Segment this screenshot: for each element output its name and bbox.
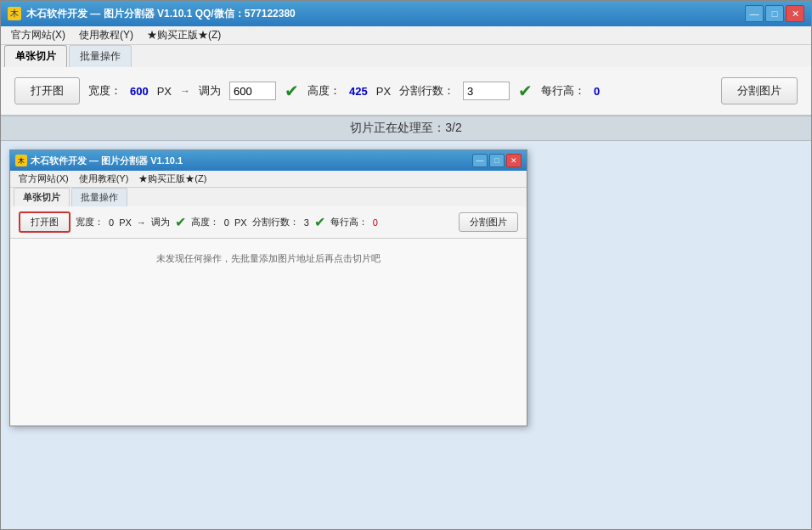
sub-height-px: PX bbox=[234, 217, 247, 228]
close-button[interactable]: ✕ bbox=[786, 5, 804, 22]
menu-bar: 官方网站(X) 使用教程(Y) ★购买正版★(Z) bbox=[1, 26, 811, 45]
sub-title-left: 木 木石软件开发 — 图片分割器 V1.10.1 bbox=[15, 155, 183, 167]
sub-restore-button[interactable]: □ bbox=[489, 154, 505, 167]
width-check-icon: ✔ bbox=[285, 82, 299, 99]
sub-row-height-value: 0 bbox=[373, 217, 378, 228]
split-button[interactable]: 分割图片 bbox=[721, 77, 798, 104]
row-height-value: 0 bbox=[594, 85, 600, 98]
height-px: PX bbox=[376, 85, 391, 98]
sub-menu-bar: 官方网站(X) 使用教程(Y) ★购买正版★(Z) bbox=[10, 171, 527, 188]
arrow-icon: → bbox=[180, 85, 190, 97]
sub-window: 木 木石软件开发 — 图片分割器 V1.10.1 — □ ✕ 官方网站(X) 使… bbox=[9, 149, 527, 426]
sub-width-value: 0 bbox=[109, 217, 114, 228]
rows-check-icon: ✔ bbox=[518, 82, 533, 99]
main-window: 木 木石软件开发 — 图片分割器 V1.10.1 QQ/微信：577122380… bbox=[0, 0, 812, 530]
tab-bar: 单张切片 批量操作 bbox=[1, 45, 811, 67]
menu-item-purchase[interactable]: ★购买正版★(Z) bbox=[140, 26, 228, 44]
sub-rows-check-icon: ✔ bbox=[314, 216, 325, 229]
sub-arrow: → bbox=[137, 217, 146, 228]
sub-menu-item-website[interactable]: 官方网站(X) bbox=[14, 172, 74, 186]
title-bar-left: 木 木石软件开发 — 图片分割器 V1.10.1 QQ/微信：577122380 bbox=[8, 7, 296, 21]
sub-width-label: 宽度： bbox=[76, 216, 104, 228]
minimize-button[interactable]: — bbox=[745, 5, 764, 22]
sub-width-px: PX bbox=[119, 217, 132, 228]
sub-split-rows-label: 分割行数： bbox=[252, 216, 299, 228]
window-title: 木石软件开发 — 图片分割器 V1.10.1 QQ/微信：577122380 bbox=[26, 7, 296, 21]
menu-item-website[interactable]: 官方网站(X) bbox=[4, 26, 72, 44]
sub-tab-batch[interactable]: 批量操作 bbox=[71, 188, 127, 206]
status-text: 切片正在处理至：3/2 bbox=[350, 121, 461, 134]
sub-status-message: 未发现任何操作，先批量添加图片地址后再点击切片吧 bbox=[17, 252, 520, 265]
sub-title-bar: 木 木石软件开发 — 图片分割器 V1.10.1 — □ ✕ bbox=[10, 150, 527, 171]
open-button[interactable]: 打开图 bbox=[14, 77, 80, 104]
width-label: 宽度： bbox=[88, 83, 121, 99]
tab-single[interactable]: 单张切片 bbox=[4, 45, 67, 67]
adjust-input[interactable] bbox=[229, 82, 276, 100]
sub-window-controls: — □ ✕ bbox=[472, 154, 522, 167]
toolbar: 打开图 宽度： 600 PX → 调为 ✔ 高度： 425 PX 分割行数： ✔… bbox=[1, 67, 811, 116]
sub-open-button[interactable]: 打开图 bbox=[19, 211, 70, 233]
split-rows-input[interactable] bbox=[463, 82, 510, 100]
sub-menu-item-tutorial[interactable]: 使用教程(Y) bbox=[74, 172, 134, 186]
row-height-label: 每行高： bbox=[541, 83, 585, 99]
split-rows-label: 分割行数： bbox=[399, 83, 454, 99]
menu-item-tutorial[interactable]: 使用教程(Y) bbox=[72, 26, 140, 44]
restore-button[interactable]: □ bbox=[765, 5, 784, 22]
height-label: 高度： bbox=[307, 83, 341, 99]
sub-toolbar: 打开图 宽度： 0 PX → 调为 ✔ 高度： 0 PX 分割行数： 3 ✔ 每… bbox=[10, 206, 527, 239]
content-area: 木 木石软件开发 — 图片分割器 V1.10.1 — □ ✕ 官方网站(X) 使… bbox=[1, 141, 811, 529]
sub-height-value: 0 bbox=[224, 217, 229, 228]
sub-split-rows-value: 3 bbox=[304, 217, 309, 228]
sub-minimize-button[interactable]: — bbox=[472, 154, 488, 167]
sub-row-height-label: 每行高： bbox=[330, 216, 368, 228]
sub-app-icon: 木 bbox=[15, 155, 27, 166]
sub-adjust-label: 调为 bbox=[151, 216, 170, 228]
title-bar: 木 木石软件开发 — 图片分割器 V1.10.1 QQ/微信：577122380… bbox=[1, 1, 811, 26]
status-bar: 切片正在处理至：3/2 bbox=[1, 116, 811, 141]
height-value: 425 bbox=[349, 85, 368, 98]
app-icon: 木 bbox=[8, 7, 21, 20]
width-px: PX bbox=[157, 85, 172, 98]
sub-split-button[interactable]: 分割图片 bbox=[459, 212, 518, 232]
adjust-label: 调为 bbox=[199, 83, 221, 99]
sub-menu-item-purchase[interactable]: ★购买正版★(Z) bbox=[133, 172, 211, 186]
sub-content-area: 未发现任何操作，先批量添加图片地址后再点击切片吧 bbox=[10, 239, 527, 426]
width-value: 600 bbox=[130, 85, 149, 98]
sub-close-button[interactable]: ✕ bbox=[506, 154, 522, 167]
sub-width-check-icon: ✔ bbox=[175, 216, 186, 229]
sub-tab-single[interactable]: 单张切片 bbox=[14, 188, 70, 206]
sub-window-title: 木石软件开发 — 图片分割器 V1.10.1 bbox=[31, 155, 183, 167]
sub-height-label: 高度： bbox=[191, 216, 219, 228]
window-controls: — □ ✕ bbox=[745, 5, 804, 22]
tab-batch[interactable]: 批量操作 bbox=[69, 45, 132, 67]
sub-tab-bar: 单张切片 批量操作 bbox=[10, 188, 527, 206]
